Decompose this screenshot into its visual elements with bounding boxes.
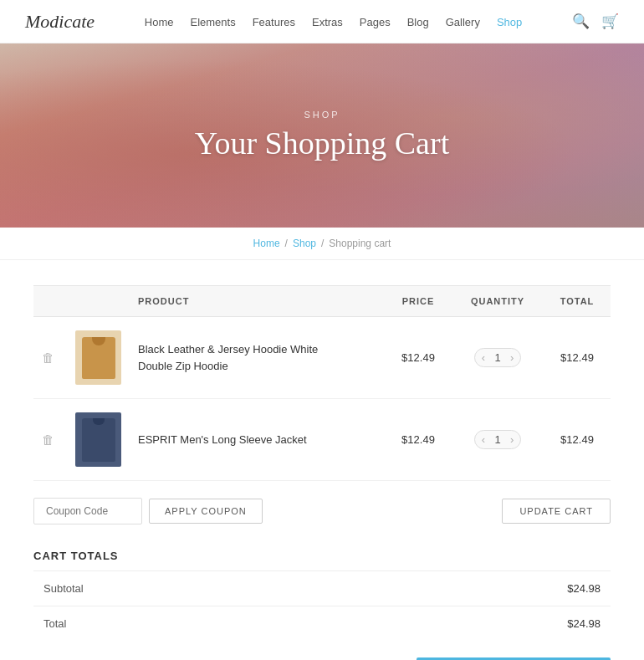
nav-blog[interactable]: Blog [407, 16, 429, 28]
hero-shop-label: SHOP [304, 110, 340, 120]
delete-item-2[interactable]: 🗑 [42, 432, 54, 447]
breadcrumb: Home / Shop / Shopping cart [0, 228, 644, 260]
coupon-input[interactable] [33, 498, 142, 524]
breadcrumb-shop[interactable]: Shop [293, 238, 316, 249]
subtotal-row: Subtotal $24.98 [33, 571, 611, 606]
hero-banner: SHOP Your Shopping Cart [0, 43, 644, 228]
product-image-2 [75, 412, 121, 467]
total-value: $24.98 [339, 606, 611, 642]
breadcrumb-sep1: / [285, 238, 288, 249]
col-delete [33, 286, 67, 317]
nav-icon-group: 🔍 🛒 [572, 13, 619, 30]
hero-title: Your Shopping Cart [195, 125, 449, 161]
totals-table: Subtotal $24.98 Total $24.98 [33, 570, 611, 641]
quantity-control-1: ‹ 1 › [474, 348, 522, 367]
update-cart-button[interactable]: UPDATE CART [502, 499, 611, 524]
nav-home[interactable]: Home [145, 16, 174, 28]
search-icon[interactable]: 🔍 [572, 13, 590, 30]
qty-decrease-2[interactable]: ‹ [482, 434, 485, 445]
breadcrumb-home[interactable]: Home [253, 238, 280, 249]
breadcrumb-sep2: / [321, 238, 324, 249]
cart-totals: CART TOTALS Subtotal $24.98 Total $24.98 [33, 550, 611, 641]
cart-icon[interactable]: 🛒 [601, 13, 619, 30]
main-content: PRODUCT PRICE QUANTITY TOTAL 🗑 [0, 260, 644, 660]
jacket-icon [82, 418, 115, 462]
nav-elements[interactable]: Elements [190, 16, 235, 28]
nav-gallery[interactable]: Gallery [446, 16, 480, 28]
product-total-1: $12.49 [560, 351, 594, 364]
table-row: 🗑 Black Leather & Jersey Hoodie White Do… [33, 317, 611, 399]
site-logo[interactable]: Modicate [25, 11, 95, 33]
delete-item-1[interactable]: 🗑 [42, 350, 54, 365]
nav-shop[interactable]: Shop [497, 16, 522, 28]
product-total-2: $12.49 [560, 433, 594, 446]
product-image-1 [75, 330, 121, 385]
qty-increase-1[interactable]: › [510, 352, 514, 363]
apply-coupon-button[interactable]: APPLY COUPON [149, 499, 263, 524]
shirt-icon [82, 337, 115, 379]
nav-extras[interactable]: Extras [312, 16, 343, 28]
col-product: PRODUCT [130, 286, 385, 317]
col-total: TOTAL [544, 286, 611, 317]
total-row: Total $24.98 [33, 606, 611, 642]
cart-totals-title: CART TOTALS [33, 550, 611, 562]
breadcrumb-current: Shopping cart [329, 238, 391, 249]
qty-value-1: 1 [492, 351, 503, 364]
qty-decrease-1[interactable]: ‹ [482, 352, 485, 363]
product-price-2: $12.49 [401, 433, 435, 446]
quantity-control-2: ‹ 1 › [474, 430, 522, 449]
col-price: PRICE [385, 286, 452, 317]
product-name-2: ESPRIT Men's Long Sleeve Jacket [138, 432, 376, 448]
qty-value-2: 1 [492, 433, 503, 446]
product-name-1: Black Leather & Jersey Hoodie White Doub… [138, 341, 376, 374]
product-price-1: $12.49 [401, 351, 435, 364]
coupon-row: APPLY COUPON UPDATE CART [33, 498, 611, 524]
total-label: Total [33, 606, 339, 642]
navigation: Modicate Home Elements Features Extras P… [0, 0, 644, 43]
qty-increase-2[interactable]: › [510, 434, 514, 445]
table-row: 🗑 ESPRIT Men's Long Sleeve Jacket $12.49 [33, 399, 611, 481]
col-quantity: QUANTITY [452, 286, 544, 317]
subtotal-value: $24.98 [339, 571, 611, 606]
nav-menu: Home Elements Features Extras Pages Blog… [145, 14, 523, 29]
nav-features[interactable]: Features [253, 16, 295, 28]
col-image [67, 286, 130, 317]
coupon-left: APPLY COUPON [33, 498, 263, 524]
cart-table: PRODUCT PRICE QUANTITY TOTAL 🗑 [33, 285, 611, 481]
nav-pages[interactable]: Pages [360, 16, 391, 28]
subtotal-label: Subtotal [33, 571, 339, 606]
